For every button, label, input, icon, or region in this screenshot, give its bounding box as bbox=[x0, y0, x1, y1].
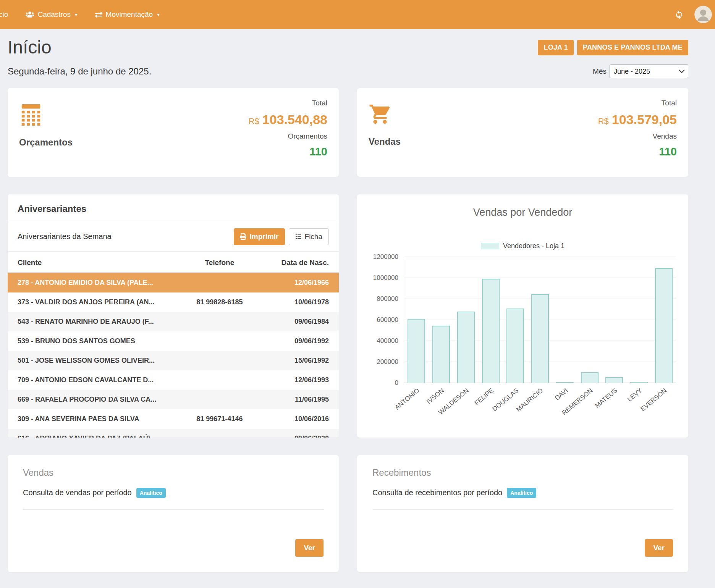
caret-down-icon: ▾ bbox=[157, 12, 160, 17]
table-row[interactable]: 543 - RENATO MARINHO DE ARAUJO (F...09/0… bbox=[8, 312, 339, 331]
total-label: Total bbox=[312, 99, 327, 107]
bar-column-mateus bbox=[602, 257, 627, 383]
bar bbox=[605, 377, 623, 383]
top-navbar: Início Cadastros ▾ Movimentação ▾ bbox=[0, 0, 715, 29]
ficha-button[interactable]: Ficha bbox=[289, 228, 329, 245]
chart-area: 020000040000060000080000010000001200000 bbox=[367, 257, 678, 383]
chart-bars bbox=[404, 257, 676, 383]
budgets-total-value: 103.540,88 bbox=[262, 112, 327, 127]
client-cell[interactable]: 309 - ANA SEVERINA PAES DA SILVA bbox=[8, 409, 180, 429]
phone-cell[interactable] bbox=[180, 331, 259, 351]
table-row[interactable]: 501 - JOSE WELISSON GOMES OLIVEIR...15/0… bbox=[8, 351, 339, 370]
table-row[interactable]: 278 - ANTONIO EMIDIO DA SILVA (PALE...12… bbox=[8, 273, 339, 292]
divider bbox=[23, 509, 324, 510]
view-receipts-button[interactable]: Ver bbox=[645, 539, 673, 557]
birth-date-cell[interactable]: 11/06/1995 bbox=[259, 390, 339, 409]
client-cell[interactable]: 501 - JOSE WELISSON GOMES OLIVEIR... bbox=[8, 351, 180, 370]
month-select[interactable]: June - 2025 bbox=[610, 65, 688, 78]
phone-cell[interactable] bbox=[180, 370, 259, 390]
receipts-report-description: Consulta de recebimentos por período bbox=[372, 488, 502, 497]
birthdays-subrow: Aniversariantes da Semana Imprimir Ficha bbox=[8, 222, 339, 252]
birth-date-cell[interactable]: 12/06/1993 bbox=[259, 370, 339, 390]
client-cell[interactable]: 709 - ANTONIO EDSON CAVALCANTE D... bbox=[8, 370, 180, 390]
table-row[interactable]: 309 - ANA SEVERINA PAES DA SILVA81 99671… bbox=[8, 409, 339, 429]
column-header-client: Cliente bbox=[8, 252, 180, 273]
y-axis-tick: 200000 bbox=[377, 358, 398, 366]
table-row[interactable]: 373 - VALDIR DOS ANJOS PEREIRA (AN...81 … bbox=[8, 292, 339, 312]
avatar[interactable] bbox=[694, 6, 712, 23]
bar-column-levy bbox=[627, 257, 652, 383]
sales-count: 110 bbox=[659, 145, 677, 158]
phone-cell[interactable] bbox=[180, 390, 259, 409]
list-icon bbox=[295, 234, 301, 240]
refresh-icon[interactable] bbox=[675, 10, 684, 19]
birth-date-cell[interactable]: 09/06/1992 bbox=[259, 331, 339, 351]
y-axis-tick: 600000 bbox=[377, 316, 398, 324]
x-axis-label-cell: MATEUS bbox=[602, 383, 627, 426]
table-row[interactable]: 709 - ANTONIO EDSON CAVALCANTE D...12/06… bbox=[8, 370, 339, 390]
nav-items: Início Cadastros ▾ Movimentação ▾ bbox=[0, 10, 160, 19]
currency-symbol: R$ bbox=[249, 116, 259, 126]
bar bbox=[655, 268, 673, 383]
bar bbox=[482, 279, 500, 383]
company-button[interactable]: PANNOS E PANNOS LTDA ME bbox=[577, 40, 688, 55]
nav-item-inicio[interactable]: Início bbox=[0, 10, 8, 19]
client-cell[interactable]: 278 - ANTONIO EMIDIO DA SILVA (PALE... bbox=[8, 273, 180, 292]
birth-date-cell[interactable]: 09/06/2020 bbox=[259, 429, 339, 438]
birthdays-tbody: 278 - ANTONIO EMIDIO DA SILVA (PALE...12… bbox=[8, 273, 339, 438]
y-axis-tick: 400000 bbox=[377, 337, 398, 345]
client-cell[interactable]: 543 - RENATO MARINHO DE ARAUJO (F... bbox=[8, 312, 180, 331]
phone-cell[interactable] bbox=[180, 273, 259, 292]
budgets-count: 110 bbox=[309, 145, 327, 158]
birthdays-header: Aniversariantes bbox=[8, 194, 339, 222]
birth-date-cell[interactable]: 10/06/2016 bbox=[259, 409, 339, 429]
total-label: Total bbox=[662, 99, 677, 107]
y-axis-tick: 1000000 bbox=[373, 274, 398, 282]
bar-column-everson bbox=[651, 257, 676, 383]
birth-date-cell[interactable]: 09/06/1984 bbox=[259, 312, 339, 331]
divider bbox=[372, 509, 673, 510]
phone-cell[interactable] bbox=[180, 351, 259, 370]
users-icon bbox=[26, 11, 34, 18]
table-row[interactable]: 616 - ADRIANO XAVIER DA PAZ (PALAÚ)09/06… bbox=[8, 429, 339, 438]
budgets-values: Total R$ 103.540,88 Orçamentos 110 bbox=[249, 99, 327, 166]
budgets-summary-card: Orçamentos Total R$ 103.540,88 Orçamento… bbox=[8, 88, 339, 177]
bar bbox=[506, 309, 524, 383]
nav-item-movimentacao[interactable]: Movimentação ▾ bbox=[95, 10, 160, 19]
chart-yaxis: 020000040000060000080000010000001200000 bbox=[367, 257, 404, 383]
sales-report-description-row: Consulta de vendas por período Analítico bbox=[23, 488, 324, 498]
store-button[interactable]: LOJA 1 bbox=[538, 40, 574, 55]
phone-cell[interactable] bbox=[180, 429, 259, 438]
phone-cell[interactable] bbox=[180, 312, 259, 331]
client-cell[interactable]: 373 - VALDIR DOS ANJOS PEREIRA (AN... bbox=[8, 292, 180, 312]
bar bbox=[457, 312, 475, 383]
birth-date-cell[interactable]: 15/06/1992 bbox=[259, 351, 339, 370]
receipts-report-title: Recebimentos bbox=[372, 467, 673, 478]
client-cell[interactable]: 616 - ADRIANO XAVIER DA PAZ (PALAÚ) bbox=[8, 429, 180, 438]
x-axis-label: ANTONIO bbox=[393, 387, 421, 412]
client-cell[interactable]: 669 - RAFAELA PROCOPIO DA SILVA CA... bbox=[8, 390, 180, 409]
bar-column-remerson bbox=[577, 257, 602, 383]
chart-plot-area bbox=[404, 257, 676, 383]
receipts-report-card: Recebimentos Consulta de recebimentos po… bbox=[357, 455, 688, 572]
phone-cell[interactable]: 81 99828-6185 bbox=[180, 292, 259, 312]
print-button[interactable]: Imprimir bbox=[234, 228, 285, 245]
phone-cell[interactable]: 81 99671-4146 bbox=[180, 409, 259, 429]
sales-total-value: 103.579,05 bbox=[612, 112, 677, 127]
budgets-total: R$ 103.540,88 bbox=[249, 112, 327, 127]
table-row[interactable]: 669 - RAFAELA PROCOPIO DA SILVA CA...11/… bbox=[8, 390, 339, 409]
legend-label: Vendedores - Loja 1 bbox=[503, 242, 565, 250]
sales-left: Vendas bbox=[369, 99, 401, 166]
birth-date-cell[interactable]: 10/06/1978 bbox=[259, 292, 339, 312]
view-sales-button[interactable]: Ver bbox=[295, 539, 324, 557]
table-row[interactable]: 539 - BRUNO DOS SANTOS GOMES09/06/1992 bbox=[8, 331, 339, 351]
bar bbox=[432, 326, 450, 383]
caret-down-icon: ▾ bbox=[75, 12, 78, 17]
print-button-label: Imprimir bbox=[250, 233, 279, 241]
bar-column-felipe bbox=[478, 257, 503, 383]
client-cell[interactable]: 539 - BRUNO DOS SANTOS GOMES bbox=[8, 331, 180, 351]
nav-item-cadastros[interactable]: Cadastros ▾ bbox=[26, 10, 77, 19]
y-axis-tick: 800000 bbox=[377, 295, 398, 303]
birth-date-cell[interactable]: 12/06/1966 bbox=[259, 273, 339, 292]
sales-report-description: Consulta de vendas por período bbox=[23, 488, 132, 497]
